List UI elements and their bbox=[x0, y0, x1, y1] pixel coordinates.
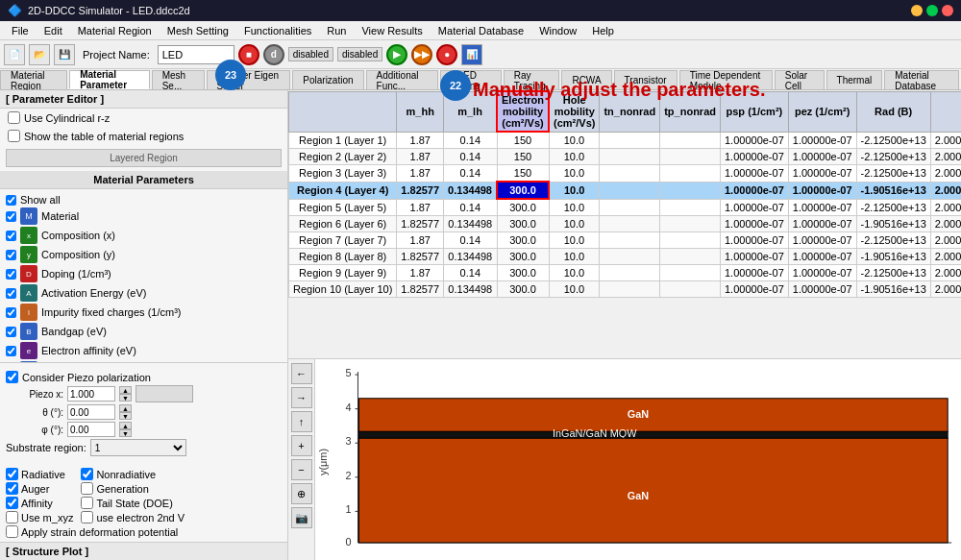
table-cell[interactable]: 1.00000e-07 bbox=[720, 149, 788, 165]
auger-checkbox[interactable] bbox=[6, 482, 18, 495]
table-cell[interactable] bbox=[660, 132, 721, 149]
param-electron-affinity[interactable]: e Electron affinity (eV) bbox=[4, 341, 283, 360]
table-cell[interactable]: 1.00000e-07 bbox=[720, 199, 788, 216]
table-cell[interactable]: 1.00000e-07 bbox=[720, 281, 788, 298]
tab-polarization[interactable]: Polarization bbox=[292, 70, 363, 89]
table-cell[interactable] bbox=[660, 182, 721, 199]
param-impurity-checkbox[interactable] bbox=[6, 307, 16, 318]
table-cell[interactable] bbox=[600, 281, 660, 298]
table-cell[interactable] bbox=[660, 165, 721, 183]
table-row[interactable]: Region 5 (Layer 5)1.870.14300.010.01.000… bbox=[289, 199, 962, 216]
table-cell[interactable]: 1.00000e-07 bbox=[788, 249, 856, 265]
table-cell[interactable]: 0.134498 bbox=[444, 182, 497, 199]
table-cell[interactable]: 1.87 bbox=[397, 199, 444, 216]
apply-strain-item[interactable]: Apply strain deformation potential bbox=[6, 525, 282, 538]
affinity-item[interactable]: Affinity bbox=[6, 497, 73, 509]
table-cell[interactable]: 1.87 bbox=[397, 132, 444, 149]
table-cell[interactable]: 1.00000e-07 bbox=[720, 232, 788, 249]
table-cell[interactable]: 2.00000e-11 2.00000e-3 bbox=[930, 265, 961, 281]
apply-strain-checkbox[interactable] bbox=[6, 525, 18, 538]
table-cell[interactable]: 1.00000e-07 bbox=[788, 265, 856, 281]
theta-up[interactable]: ▲ bbox=[119, 404, 132, 412]
param-doping-checkbox[interactable] bbox=[6, 269, 16, 280]
table-cell[interactable]: -2.12500e+13 bbox=[856, 132, 930, 149]
tab-solar-cell[interactable]: Solar Cell bbox=[775, 70, 825, 89]
table-row[interactable]: Region 7 (Layer 7)1.870.14300.010.01.000… bbox=[289, 232, 962, 249]
maximize-button[interactable] bbox=[926, 5, 938, 16]
table-row[interactable]: Region 3 (Layer 3)1.870.1415010.01.00000… bbox=[289, 165, 962, 183]
radiative-checkbox[interactable] bbox=[6, 468, 18, 480]
graph-arrow-left[interactable]: ← bbox=[291, 363, 312, 384]
table-cell[interactable] bbox=[600, 265, 660, 281]
cyl-checkbox[interactable] bbox=[8, 111, 20, 124]
table-cell[interactable]: 2.00000e-11 2.00000e-3 bbox=[930, 199, 961, 216]
graph-zoom-out[interactable]: − bbox=[291, 459, 312, 480]
table-cell[interactable] bbox=[600, 182, 660, 199]
table-checkbox[interactable] bbox=[8, 130, 20, 142]
table-cell[interactable]: 0.14 bbox=[444, 132, 497, 149]
table-cell[interactable]: 0.14 bbox=[444, 265, 497, 281]
table-cell[interactable]: -1.90516e+13 bbox=[856, 249, 930, 265]
table-cell[interactable]: 1.87 bbox=[397, 232, 444, 249]
menu-material-database[interactable]: Material Database bbox=[431, 23, 531, 38]
use-m-xyz-item[interactable]: Use m_xyz bbox=[6, 511, 73, 523]
toolbar-new-button[interactable]: 📄 bbox=[4, 44, 25, 65]
menu-functionalities[interactable]: Functionalities bbox=[236, 23, 319, 38]
table-cell[interactable]: 150 bbox=[497, 149, 549, 165]
menu-edit[interactable]: Edit bbox=[37, 23, 70, 38]
table-cell[interactable] bbox=[660, 149, 721, 165]
phi-input[interactable] bbox=[67, 422, 115, 437]
param-activation-checkbox[interactable] bbox=[6, 288, 16, 299]
table-cell[interactable]: 1.82577 bbox=[397, 216, 444, 232]
table-cell[interactable]: 0.14 bbox=[444, 232, 497, 249]
toolbar-play-button[interactable]: ▶ bbox=[386, 44, 407, 65]
toolbar-open-button[interactable]: 📂 bbox=[29, 44, 50, 65]
param-show-all-checkbox[interactable] bbox=[6, 195, 16, 206]
table-cell[interactable]: 1.00000e-07 bbox=[788, 132, 856, 149]
table-cell[interactable]: 10.0 bbox=[549, 265, 600, 281]
table-cell[interactable]: 1.82577 bbox=[397, 182, 444, 199]
titlebar-controls[interactable] bbox=[911, 5, 953, 16]
graph-arrow-right[interactable]: → bbox=[291, 387, 312, 408]
menu-window[interactable]: Window bbox=[531, 23, 584, 38]
table-cell[interactable]: 2.00000e-11 2.00000e-3 bbox=[930, 149, 961, 165]
piezo-checkbox-row[interactable]: Consider Piezo polarization bbox=[6, 371, 282, 383]
table-cell[interactable]: 300.0 bbox=[497, 232, 549, 249]
table-cell[interactable]: 300.0 bbox=[497, 265, 549, 281]
table-cell[interactable]: 1.00000e-07 bbox=[788, 216, 856, 232]
phi-arrows[interactable]: ▲▼ bbox=[119, 422, 132, 437]
table-row[interactable]: Region 2 (Layer 2)1.870.1415010.01.00000… bbox=[289, 149, 962, 165]
tail-state-item[interactable]: Tail State (DOE) bbox=[81, 497, 185, 509]
table-cell[interactable]: 2.00000e-11 2.00000e-3 bbox=[930, 281, 961, 298]
table-cell[interactable]: -1.90516e+13 bbox=[856, 281, 930, 298]
table-cell[interactable]: 2.00000e-11 2.00000e-3 bbox=[930, 165, 961, 183]
table-row[interactable]: Region 6 (Layer 6)1.825770.134498300.010… bbox=[289, 216, 962, 232]
param-bandgap-checkbox[interactable] bbox=[6, 327, 16, 337]
param-comp-x-checkbox[interactable] bbox=[6, 231, 16, 241]
table-cell[interactable]: 0.14 bbox=[444, 165, 497, 183]
param-material-checkbox[interactable] bbox=[6, 211, 16, 222]
affinity-checkbox[interactable] bbox=[6, 497, 18, 509]
use-electron-2nd-checkbox[interactable] bbox=[81, 511, 93, 523]
table-option[interactable]: Show the table of material regions bbox=[0, 127, 287, 145]
tail-state-checkbox[interactable] bbox=[81, 497, 93, 509]
toolbar-record-button[interactable]: ● bbox=[436, 44, 457, 65]
piezo-x-arrows[interactable]: ▲▼ bbox=[119, 386, 132, 402]
param-doping[interactable]: D Doping (1/cm³) bbox=[4, 264, 283, 283]
piezo-x-up[interactable]: ▲ bbox=[119, 386, 132, 394]
table-cell[interactable]: 10.0 bbox=[549, 232, 600, 249]
param-show-all[interactable]: Show all bbox=[4, 193, 283, 207]
table-cell[interactable] bbox=[660, 265, 721, 281]
table-cell[interactable]: 0.14 bbox=[444, 199, 497, 216]
param-bandgap[interactable]: B Bandgap (eV) bbox=[4, 322, 283, 341]
tab-thermal[interactable]: Thermal bbox=[826, 70, 883, 89]
table-cell[interactable] bbox=[600, 216, 660, 232]
close-button[interactable] bbox=[942, 5, 953, 16]
graph-select[interactable]: ⊕ bbox=[291, 483, 312, 504]
table-cell[interactable]: 10.0 bbox=[549, 216, 600, 232]
param-material[interactable]: M Material bbox=[4, 207, 283, 226]
piezo-x-input[interactable] bbox=[67, 386, 115, 402]
tab-mesh-se[interactable]: Mesh Se... bbox=[152, 70, 205, 89]
param-comp-y-checkbox[interactable] bbox=[6, 250, 16, 260]
substrate-select[interactable]: 1 bbox=[90, 439, 186, 456]
